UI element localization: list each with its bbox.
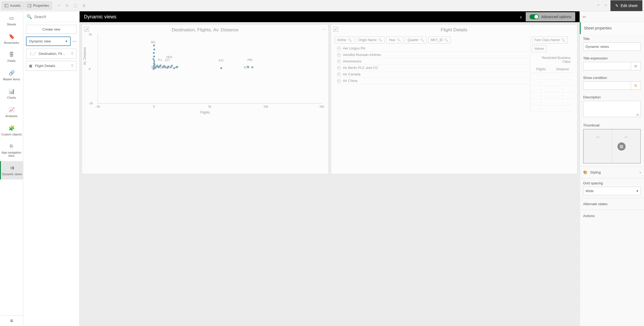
thumb-placeholder-icon: ▭ bbox=[625, 135, 628, 139]
chart-icon: 📊 bbox=[9, 88, 15, 94]
rail-app-nav[interactable]: ⎘App navigation links bbox=[0, 140, 23, 161]
properties-tab[interactable]: Properties bbox=[25, 2, 52, 9]
scatter-point bbox=[152, 58, 154, 60]
desc-textarea[interactable] bbox=[583, 101, 641, 117]
fx-button[interactable]: fx bbox=[631, 62, 641, 70]
scatter-label: KKI bbox=[151, 66, 156, 69]
expand-row-icon[interactable]: + bbox=[337, 72, 341, 76]
rail-custom-objects[interactable]: 🧩Custom objects bbox=[0, 121, 23, 140]
fx-button[interactable]: fx bbox=[631, 81, 641, 90]
table-title: Flight Details bbox=[335, 27, 574, 33]
table-card[interactable]: ⤢ Flight Details Airline🔍Origin Name🔍Yea… bbox=[331, 24, 578, 174]
properties-panel: ▭ Sheet properties Title Title expressio… bbox=[580, 11, 644, 326]
table-row[interactable]: +Air China bbox=[335, 78, 530, 84]
dynamic-view-dropdown[interactable]: Dynamic view ▾ bbox=[26, 36, 71, 46]
asset-item-scatter[interactable]: ⋮⋰ Destination, Fli... ⠿ bbox=[26, 49, 77, 59]
expand-icon[interactable]: ⤢ bbox=[333, 27, 338, 32]
table-row[interactable]: +Aer Lingus Plc bbox=[335, 45, 530, 52]
scatter-card[interactable]: ⤢ Destination, Flights, Av. Distance ⋯ A… bbox=[82, 24, 329, 174]
filter-chip[interactable]: Year🔍 bbox=[386, 36, 403, 44]
x-axis-label: Flights bbox=[86, 111, 325, 114]
expand-icon[interactable]: ⤢ bbox=[84, 27, 89, 32]
filter-chip[interactable]: Origin Name🔍 bbox=[356, 36, 385, 44]
filter-chip[interactable]: Quarter🔍 bbox=[405, 36, 427, 44]
canvas-grid[interactable] bbox=[80, 176, 580, 326]
create-new-button[interactable]: Create new bbox=[26, 25, 77, 34]
assets-tab[interactable]: Assets bbox=[2, 2, 24, 9]
table-header-right: Restricted Business Class bbox=[530, 54, 573, 66]
delete-icon[interactable]: 🗑 bbox=[82, 4, 86, 8]
sheets-icon: ▭ bbox=[9, 15, 14, 21]
scatter-label: BOS bbox=[244, 66, 250, 69]
table-row[interactable]: +Aeromexico bbox=[335, 58, 530, 65]
styling-section[interactable]: 🎨 Styling › bbox=[580, 166, 644, 178]
expand-row-icon[interactable]: + bbox=[337, 46, 341, 50]
filter-chip[interactable]: MKT_ID🔍 bbox=[428, 36, 451, 44]
fx-icon[interactable]: fx bbox=[636, 113, 639, 117]
rail-nav-label: App navigation links bbox=[1, 151, 22, 157]
rail-dynamic-views[interactable]: ⇉Dynamic views bbox=[0, 161, 23, 179]
rail-dynamic-label: Dynamic views bbox=[2, 172, 22, 176]
rail-master-items[interactable]: 🔗Master items bbox=[0, 66, 23, 85]
dynamic-view-more[interactable]: ⋯ bbox=[72, 39, 77, 44]
cut-icon[interactable]: ✂ bbox=[58, 4, 61, 8]
dynamic-view-selected: Dynamic view bbox=[29, 39, 51, 43]
undo-redo: ↶ ↷ bbox=[597, 4, 607, 8]
advanced-options-toggle[interactable]: Advanced options bbox=[526, 12, 575, 21]
rail-analyses[interactable]: 📈Analyses bbox=[0, 103, 23, 121]
y-tick: 2k bbox=[89, 33, 92, 36]
actions-section[interactable]: Actions bbox=[580, 210, 644, 222]
panel-left-icon bbox=[5, 4, 8, 8]
title-input[interactable] bbox=[583, 42, 641, 51]
svg-rect-2 bbox=[28, 4, 31, 7]
search-row: 🔍 bbox=[23, 11, 79, 22]
edit-sheet-button[interactable]: ✎ Edit sheet bbox=[610, 0, 642, 11]
asset-item-table[interactable]: ▦ Flight Details ⠿ bbox=[26, 61, 77, 71]
toggle-switch[interactable] bbox=[529, 14, 539, 19]
prev-sheet-button[interactable]: ‹ bbox=[516, 14, 526, 20]
scatter-point bbox=[173, 67, 175, 69]
cell-flights: - bbox=[530, 92, 552, 99]
scatter-label: HNL bbox=[247, 58, 253, 61]
rail-sheets[interactable]: ▭Sheets bbox=[0, 11, 23, 30]
table-row[interactable]: +Air Canada bbox=[335, 71, 530, 78]
thumb-label: Thumbnail bbox=[583, 123, 641, 127]
filter-chip[interactable]: Fare Class Name🔍 bbox=[532, 36, 568, 44]
filter-chip[interactable]: Values bbox=[532, 45, 547, 52]
table-row[interactable]: +Air Berlin PLC and CO bbox=[335, 65, 530, 71]
expand-row-icon[interactable]: + bbox=[337, 53, 341, 57]
scatter-icon: ⋮⋰ bbox=[29, 52, 36, 56]
table-row[interactable]: +Aeroflot Russian Airlines bbox=[335, 52, 530, 58]
paste-icon[interactable]: 📋 bbox=[73, 4, 77, 8]
filter-chip[interactable]: Airline🔍 bbox=[335, 36, 354, 44]
airline-name: Air Canada bbox=[343, 72, 361, 76]
airline-name: Aeromexico bbox=[343, 59, 362, 63]
card-menu[interactable]: ⋯ bbox=[322, 27, 326, 31]
grid-spacing-select[interactable]: Wide ▾ bbox=[583, 187, 641, 195]
redo-icon[interactable]: ↷ bbox=[604, 4, 607, 8]
scatter-point bbox=[153, 55, 155, 57]
rail-charts[interactable]: 📊Charts bbox=[0, 85, 23, 103]
search-icon: 🔍 bbox=[348, 38, 352, 42]
dynamic-icon: ⇉ bbox=[10, 165, 14, 171]
sheet-title: Dynamic views bbox=[84, 14, 116, 20]
expand-row-icon[interactable]: + bbox=[337, 79, 341, 83]
rail-fields[interactable]: 🗄Fields bbox=[0, 48, 23, 66]
properties-tab-label: Properties bbox=[33, 4, 49, 8]
rail-bookmarks[interactable]: 🔖Bookmarks bbox=[0, 30, 23, 48]
edit-sheet-label: Edit sheet bbox=[621, 4, 638, 8]
undo-icon[interactable]: ↶ bbox=[597, 4, 600, 8]
rail-bottom-button[interactable]: 🖥 bbox=[0, 315, 23, 326]
puzzle-icon: 🧩 bbox=[9, 125, 15, 131]
title-expr-label: Title expression bbox=[583, 56, 641, 60]
expand-row-icon[interactable]: + bbox=[337, 66, 341, 70]
cell-distance: - bbox=[552, 99, 574, 105]
alternate-states-section[interactable]: Alternate states bbox=[580, 198, 644, 210]
copy-icon[interactable]: ⧉ bbox=[66, 4, 68, 8]
show-cond-input[interactable] bbox=[583, 81, 631, 90]
change-thumbnail-button[interactable]: 🖼 bbox=[617, 142, 626, 151]
title-expr-input[interactable] bbox=[583, 62, 631, 70]
expand-row-icon[interactable]: + bbox=[337, 59, 341, 63]
search-input[interactable] bbox=[34, 15, 82, 19]
y-tick: 0 bbox=[89, 67, 90, 71]
